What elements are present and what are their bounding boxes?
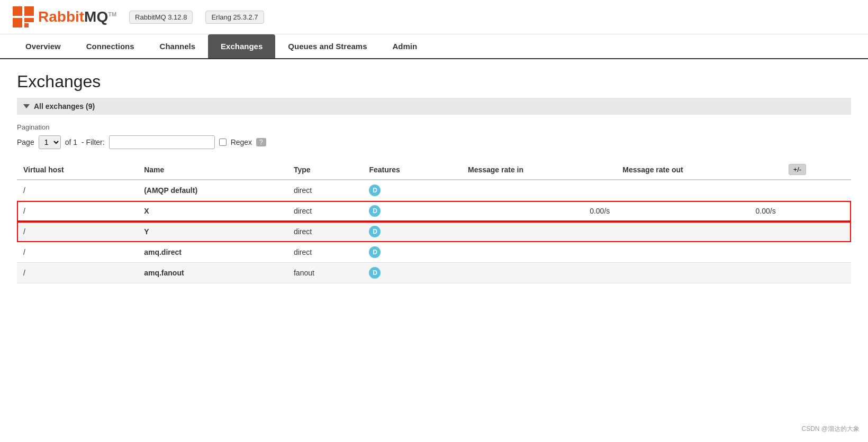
page-select[interactable]: 1 — [39, 135, 61, 149]
cell-msg-rate-in: 0.00/s — [462, 201, 616, 222]
feature-badge: D — [369, 226, 381, 237]
erlang-version-badge: Erlang 25.3.2.7 — [205, 11, 264, 24]
cell-name[interactable]: amq.fanout — [138, 263, 287, 283]
help-badge[interactable]: ? — [256, 138, 266, 146]
logo-tm: TM — [108, 11, 116, 17]
col-features: Features — [363, 160, 462, 180]
svg-rect-1 — [24, 6, 34, 16]
exchanges-section-header[interactable]: All exchanges (9) — [17, 98, 851, 115]
cell-plus-minus — [782, 201, 851, 222]
filter-input[interactable] — [109, 135, 215, 149]
cell-features: D — [363, 242, 462, 263]
cell-virtual-host: / — [17, 222, 138, 242]
regex-label: Regex — [231, 138, 252, 146]
collapse-icon — [23, 104, 30, 108]
filter-label: - Filter: — [82, 138, 105, 146]
cell-virtual-host: / — [17, 263, 138, 283]
cell-msg-rate-out: 0.00/s — [616, 201, 782, 222]
cell-features: D — [363, 263, 462, 283]
table-header-row: Virtual host Name Type Features Message … — [17, 160, 851, 180]
cell-name[interactable]: Y — [138, 222, 287, 242]
page-label: Page — [17, 138, 34, 146]
exchanges-table: Virtual host Name Type Features Message … — [17, 160, 851, 283]
page-title: Exchanges — [17, 72, 851, 91]
cell-type: direct — [287, 242, 363, 263]
svg-rect-0 — [13, 6, 22, 16]
cell-plus-minus — [782, 180, 851, 201]
feature-badge: D — [369, 267, 381, 279]
section-label: All exchanges (9) — [34, 102, 95, 111]
col-type: Type — [287, 160, 363, 180]
feature-badge: D — [369, 246, 381, 258]
nav-admin[interactable]: Admin — [380, 34, 430, 58]
app-header: RabbitMQTM RabbitMQ 3.12.8 Erlang 25.3.2… — [0, 0, 868, 34]
table-row: / amq.direct direct D — [17, 242, 851, 263]
cell-name[interactable]: (AMQP default) — [138, 180, 287, 201]
pagination-controls: Page 1 of 1 - Filter: Regex ? — [17, 135, 851, 149]
cell-plus-minus — [782, 242, 851, 263]
cell-msg-rate-out — [616, 242, 782, 263]
pagination-label: Pagination — [17, 123, 851, 131]
table-row: / (AMQP default) direct D — [17, 180, 851, 201]
cell-name[interactable]: amq.direct — [138, 242, 287, 263]
nav-queues-and-streams[interactable]: Queues and Streams — [275, 34, 379, 58]
cell-msg-rate-in — [462, 263, 616, 283]
cell-virtual-host: / — [17, 242, 138, 263]
cell-type: fanout — [287, 263, 363, 283]
feature-badge: D — [369, 185, 381, 196]
nav-connections[interactable]: Connections — [74, 34, 147, 58]
col-plus-minus: +/- — [782, 160, 851, 180]
logo-area: RabbitMQTM — [13, 6, 116, 27]
cell-features: D — [363, 180, 462, 201]
regex-checkbox[interactable] — [219, 139, 227, 146]
cell-msg-rate-in — [462, 242, 616, 263]
nav-channels[interactable]: Channels — [147, 34, 209, 58]
cell-type: direct — [287, 180, 363, 201]
cell-msg-rate-in — [462, 180, 616, 201]
main-content: Exchanges All exchanges (9) Pagination P… — [0, 59, 868, 296]
cell-plus-minus — [782, 263, 851, 283]
svg-rect-2 — [13, 18, 22, 27]
rabbitmq-version-badge: RabbitMQ 3.12.8 — [129, 11, 193, 24]
table-row: / X direct D 0.00/s 0.00/s — [17, 201, 851, 222]
nav-exchanges[interactable]: Exchanges — [208, 34, 275, 58]
nav-overview[interactable]: Overview — [13, 34, 74, 58]
col-msg-rate-out: Message rate out — [616, 160, 782, 180]
cell-virtual-host: / — [17, 201, 138, 222]
cell-features: D — [363, 201, 462, 222]
cell-msg-rate-out — [616, 263, 782, 283]
main-nav: Overview Connections Channels Exchanges … — [0, 34, 868, 59]
svg-rect-3 — [24, 18, 34, 22]
svg-rect-4 — [24, 23, 29, 27]
logo-rabbit: Rabbit — [38, 8, 84, 25]
table-row: / amq.fanout fanout D — [17, 263, 851, 283]
plus-minus-button[interactable]: +/- — [789, 164, 807, 175]
cell-msg-rate-out — [616, 222, 782, 242]
of-label: of 1 — [65, 138, 77, 146]
cell-plus-minus — [782, 222, 851, 242]
table-row: / Y direct D — [17, 222, 851, 242]
cell-msg-rate-out — [616, 180, 782, 201]
cell-msg-rate-in — [462, 222, 616, 242]
col-virtual-host: Virtual host — [17, 160, 138, 180]
cell-type: direct — [287, 201, 363, 222]
logo-text: RabbitMQTM — [38, 8, 116, 25]
logo-mq: MQ — [84, 8, 108, 25]
cell-virtual-host: / — [17, 180, 138, 201]
cell-name[interactable]: X — [138, 201, 287, 222]
feature-badge: D — [369, 205, 381, 217]
rabbitmq-logo-icon — [13, 6, 34, 27]
col-msg-rate-in: Message rate in — [462, 160, 616, 180]
col-name: Name — [138, 160, 287, 180]
cell-type: direct — [287, 222, 363, 242]
cell-features: D — [363, 222, 462, 242]
